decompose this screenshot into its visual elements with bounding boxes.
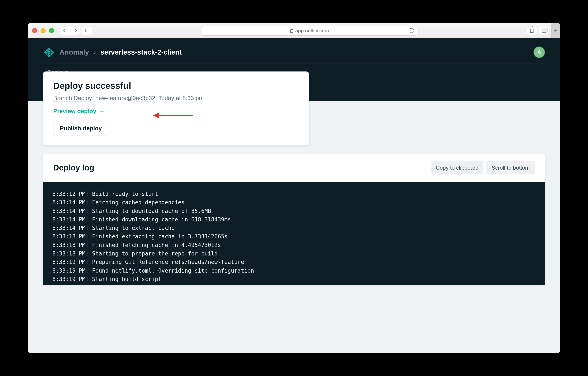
url-host: app.netlify.com (295, 28, 329, 34)
deploy-log-header: Deploy log Copy to clipboard Scroll to b… (43, 154, 545, 182)
publish-deploy-button[interactable]: Publish deploy (53, 121, 108, 136)
deploy-status-heading: Deploy successful (53, 81, 299, 91)
deploy-commit-hash[interactable]: 9ec3b32 (133, 95, 155, 101)
avatar-letter: A (537, 49, 541, 55)
breadcrumb-site[interactable]: serverless-stack-2-client (100, 48, 182, 56)
minimize-window-button[interactable] (41, 28, 46, 33)
annotation-arrow-icon (153, 111, 193, 120)
forward-button[interactable] (70, 26, 80, 35)
svg-marker-7 (153, 112, 159, 118)
deploy-log-title: Deploy log (53, 163, 94, 172)
avatar[interactable]: A (534, 46, 545, 58)
netlify-logo-icon[interactable] (43, 46, 55, 58)
share-button[interactable] (527, 26, 537, 35)
address-bar[interactable]: app.netlify.com (202, 26, 417, 35)
breadcrumb: Anomaly › serverless-stack-2-client A (43, 38, 545, 64)
arrow-right-icon: → (99, 108, 105, 115)
preview-deploy-link[interactable]: Preview deploy → (53, 108, 105, 115)
lock-icon (290, 29, 293, 33)
deploy-log-card: Deploy log Copy to clipboard Scroll to b… (43, 154, 545, 285)
page-content: Anomaly › serverless-stack-2-client A ‹ … (28, 38, 560, 353)
new-tab-button[interactable]: + (551, 23, 560, 38)
deploy-branch: new-feature (95, 95, 126, 101)
deploy-time: . Today at 8:33 pm (155, 95, 204, 101)
sidebar-icon (85, 29, 89, 32)
back-button[interactable] (60, 26, 70, 35)
tabs-button[interactable] (539, 26, 549, 35)
browser-toolbar: app.netlify.com + (28, 23, 560, 38)
breadcrumb-team[interactable]: Anomaly (60, 48, 89, 56)
share-icon (530, 29, 534, 33)
chevron-right-icon: › (94, 49, 96, 56)
sidebar-toggle-button[interactable] (82, 26, 92, 35)
reader-icon[interactable] (205, 29, 209, 32)
copy-to-clipboard-button[interactable]: Copy to clipboard (431, 161, 483, 175)
zoom-window-button[interactable] (49, 28, 54, 33)
deploy-type-label[interactable]: Branch Deploy (53, 95, 92, 101)
reload-icon[interactable] (410, 28, 414, 33)
preview-deploy-label: Preview deploy (53, 108, 96, 115)
deploy-meta: Branch Deploy: new-feature@9ec3b32. Toda… (53, 95, 299, 101)
plus-icon: + (554, 27, 558, 34)
deploy-log-output[interactable]: 8:33:12 PM: Build ready to start 8:33:14… (43, 182, 545, 285)
browser-window: app.netlify.com + Anomaly (28, 23, 560, 353)
traffic-lights (32, 28, 54, 33)
close-window-button[interactable] (32, 28, 37, 33)
tabs-icon (542, 29, 546, 33)
deploy-summary-card: Deploy successful Branch Deploy: new-fea… (43, 71, 309, 145)
scroll-to-bottom-button[interactable]: Scroll to bottom (486, 161, 535, 175)
